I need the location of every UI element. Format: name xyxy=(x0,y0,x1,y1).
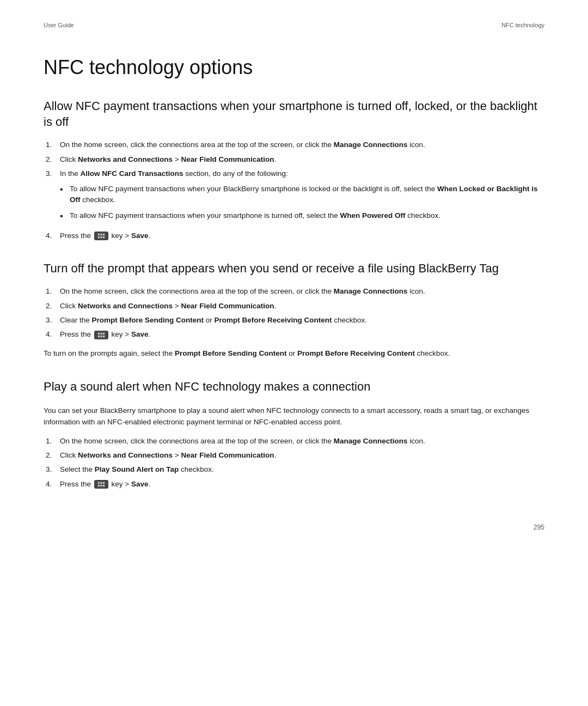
section-intro-3: You can set your BlackBerry smartphone t… xyxy=(44,405,544,428)
step-content: Press the key > Save. xyxy=(60,230,544,241)
bullet-text: To allow NFC payment transactions when y… xyxy=(70,210,440,221)
step-number: 1. xyxy=(44,286,60,297)
step-number: 2. xyxy=(44,450,60,461)
list-item: 3.Clear the Prompt Before Sending Conten… xyxy=(44,315,544,326)
list-item: 2.Click Networks and Connections > Near … xyxy=(44,301,544,312)
svg-rect-5 xyxy=(100,236,102,238)
header-right: NFC technology xyxy=(501,22,544,28)
footer-page-number: 295 xyxy=(534,524,544,531)
bullet-dot-icon: • xyxy=(60,210,70,223)
svg-rect-12 xyxy=(100,336,102,337)
step-number: 3. xyxy=(44,315,60,326)
step-number: 1. xyxy=(44,436,60,447)
step-content: On the home screen, click the connection… xyxy=(60,139,544,150)
step-number: 4. xyxy=(44,329,60,340)
step-content: Clear the Prompt Before Sending Content … xyxy=(60,315,544,326)
section-title-1: Allow NFC payment transactions when your… xyxy=(44,99,544,130)
svg-rect-18 xyxy=(98,485,100,486)
svg-rect-7 xyxy=(97,332,106,338)
svg-rect-11 xyxy=(98,336,100,337)
svg-rect-19 xyxy=(100,485,102,486)
menu-key-icon xyxy=(94,232,108,240)
step-number: 4. xyxy=(44,479,60,490)
svg-rect-6 xyxy=(103,236,105,238)
step-number: 1. xyxy=(44,139,60,150)
list-item: 3.In the Allow NFC Card Transactions sec… xyxy=(44,168,544,227)
svg-rect-9 xyxy=(100,333,102,334)
list-item: 4.Press the key > Save. xyxy=(44,230,544,241)
step-content: Select the Play Sound Alert on Tap check… xyxy=(60,464,544,475)
step-content: Press the key > Save. xyxy=(60,479,544,490)
list-item: 2.Click Networks and Connections > Near … xyxy=(44,154,544,165)
sections-container: Allow NFC payment transactions when your… xyxy=(44,99,544,490)
section-1: Allow NFC payment transactions when your… xyxy=(44,99,544,241)
list-item: 1.On the home screen, click the connecti… xyxy=(44,139,544,150)
step-number: 3. xyxy=(44,464,60,475)
svg-rect-2 xyxy=(100,234,102,235)
list-item: 1.On the home screen, click the connecti… xyxy=(44,286,544,297)
svg-rect-8 xyxy=(98,333,100,334)
bullet-item: •To allow NFC payment transactions when … xyxy=(60,184,544,206)
svg-rect-3 xyxy=(103,234,105,235)
step-number: 3. xyxy=(44,168,60,227)
list-item: 1.On the home screen, click the connecti… xyxy=(44,436,544,447)
svg-rect-13 xyxy=(103,336,105,337)
menu-key-icon xyxy=(94,331,108,339)
section-3: Play a sound alert when NFC technology m… xyxy=(44,379,544,490)
list-item: 2.Click Networks and Connections > Near … xyxy=(44,450,544,461)
list-item: 4.Press the key > Save. xyxy=(44,329,544,340)
steps-list-1: 1.On the home screen, click the connecti… xyxy=(44,139,544,241)
step-content: On the home screen, click the connection… xyxy=(60,436,544,447)
step-number: 2. xyxy=(44,301,60,312)
svg-rect-10 xyxy=(103,333,105,334)
list-item: 3.Select the Play Sound Alert on Tap che… xyxy=(44,464,544,475)
bullet-dot-icon: • xyxy=(60,183,70,196)
menu-key-icon xyxy=(94,480,108,489)
step-content: Click Networks and Connections > Near Fi… xyxy=(60,301,544,312)
header-left: User Guide xyxy=(44,22,74,28)
svg-rect-14 xyxy=(97,481,106,488)
step-content: Click Networks and Connections > Near Fi… xyxy=(60,154,544,165)
steps-list-3: 1.On the home screen, click the connecti… xyxy=(44,436,544,490)
step-content: Click Networks and Connections > Near Fi… xyxy=(60,450,544,461)
svg-rect-17 xyxy=(103,482,105,484)
step-content: In the Allow NFC Card Transactions secti… xyxy=(60,168,544,227)
svg-rect-15 xyxy=(98,482,100,484)
page-title: NFC technology options xyxy=(44,56,544,79)
step-number: 2. xyxy=(44,154,60,165)
bullet-list: •To allow NFC payment transactions when … xyxy=(60,184,544,223)
page-container: User Guide NFC technology NFC technology… xyxy=(0,0,588,553)
section-title-3: Play a sound alert when NFC technology m… xyxy=(44,379,544,395)
svg-rect-16 xyxy=(100,482,102,484)
step-content: Press the key > Save. xyxy=(60,329,544,340)
bullet-item: •To allow NFC payment transactions when … xyxy=(60,210,544,223)
step-content: On the home screen, click the connection… xyxy=(60,286,544,297)
svg-rect-0 xyxy=(97,233,106,239)
bullet-text: To allow NFC payment transactions when y… xyxy=(70,184,544,206)
section-2: Turn off the prompt that appears when yo… xyxy=(44,261,544,360)
section-note-2: To turn on the prompts again, select the… xyxy=(44,348,544,360)
svg-rect-1 xyxy=(98,234,100,235)
section-title-2: Turn off the prompt that appears when yo… xyxy=(44,261,544,277)
svg-rect-4 xyxy=(98,236,100,238)
svg-rect-20 xyxy=(103,485,105,486)
page-header: User Guide NFC technology xyxy=(44,22,544,28)
step-number: 4. xyxy=(44,230,60,241)
list-item: 4.Press the key > Save. xyxy=(44,479,544,490)
steps-list-2: 1.On the home screen, click the connecti… xyxy=(44,286,544,340)
